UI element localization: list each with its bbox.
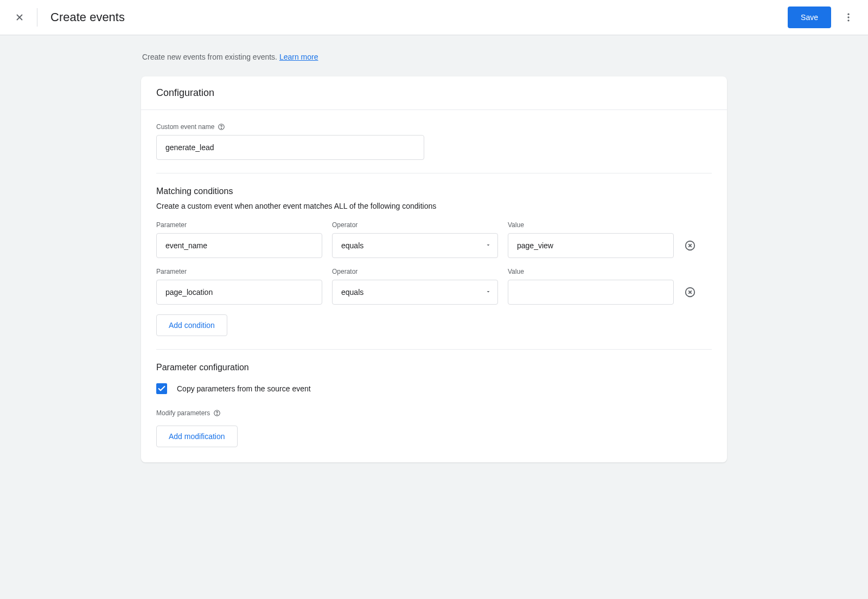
- add-modification-button[interactable]: Add modification: [156, 426, 238, 447]
- close-icon: [14, 12, 25, 23]
- header-divider: [37, 8, 37, 27]
- header-bar: Create events Save: [0, 0, 868, 35]
- copy-parameters-label: Copy parameters from the source event: [177, 384, 311, 393]
- check-icon: [157, 384, 166, 393]
- help-icon[interactable]: [218, 123, 225, 131]
- matching-conditions-description: Create a custom event when another event…: [156, 202, 712, 210]
- svg-point-4: [847, 20, 849, 21]
- remove-circle-icon: [684, 240, 696, 252]
- card-body: Custom event name Matching conditions Cr…: [141, 110, 727, 462]
- card-header: Configuration: [141, 76, 727, 110]
- custom-event-name-label: Custom event name: [156, 123, 712, 131]
- svg-point-6: [221, 128, 222, 128]
- operator-value[interactable]: [332, 280, 498, 305]
- section-divider: [156, 349, 712, 350]
- parameter-input[interactable]: [156, 233, 322, 258]
- svg-point-2: [847, 14, 849, 15]
- value-input[interactable]: [508, 280, 674, 305]
- custom-event-name-label-text: Custom event name: [156, 123, 214, 131]
- configuration-card: Configuration Custom event name Matching…: [141, 76, 727, 462]
- operator-label: Operator: [332, 268, 498, 275]
- condition-row: Parameter Operator Value: [156, 268, 712, 305]
- operator-label: Operator: [332, 221, 498, 229]
- condition-row: Parameter Operator Value: [156, 221, 712, 258]
- operator-select[interactable]: [332, 233, 498, 258]
- copy-parameters-row: Copy parameters from the source event: [156, 383, 712, 394]
- main-content: Create new events from existing events. …: [141, 35, 727, 484]
- more-vert-icon: [843, 12, 854, 23]
- custom-event-name-input[interactable]: [156, 135, 424, 160]
- parameter-label: Parameter: [156, 221, 322, 229]
- section-divider: [156, 173, 712, 173]
- operator-value[interactable]: [332, 233, 498, 258]
- remove-condition-button[interactable]: [684, 280, 697, 305]
- modify-parameters-label: Modify parameters: [156, 409, 712, 417]
- remove-condition-button[interactable]: [684, 233, 697, 258]
- svg-point-14: [217, 414, 218, 415]
- more-menu-button[interactable]: [838, 7, 859, 28]
- svg-point-3: [847, 16, 849, 18]
- matching-conditions-title: Matching conditions: [156, 186, 712, 196]
- add-condition-button[interactable]: Add condition: [156, 314, 227, 336]
- parameter-label: Parameter: [156, 268, 322, 275]
- card-title: Configuration: [156, 87, 712, 99]
- page-title: Create events: [50, 10, 788, 24]
- save-button[interactable]: Save: [788, 7, 831, 28]
- parameter-input[interactable]: [156, 280, 322, 305]
- copy-parameters-checkbox[interactable]: [156, 383, 167, 394]
- learn-more-link[interactable]: Learn more: [279, 53, 318, 61]
- help-icon[interactable]: [213, 409, 221, 417]
- value-label: Value: [508, 268, 674, 275]
- close-button[interactable]: [9, 7, 30, 28]
- intro-text: Create new events from existing events. …: [141, 53, 727, 61]
- value-input[interactable]: [508, 233, 674, 258]
- remove-circle-icon: [684, 286, 696, 298]
- intro-description: Create new events from existing events.: [142, 53, 279, 61]
- operator-select[interactable]: [332, 280, 498, 305]
- value-label: Value: [508, 221, 674, 229]
- modify-parameters-label-text: Modify parameters: [156, 409, 210, 417]
- parameter-configuration-title: Parameter configuration: [156, 363, 712, 372]
